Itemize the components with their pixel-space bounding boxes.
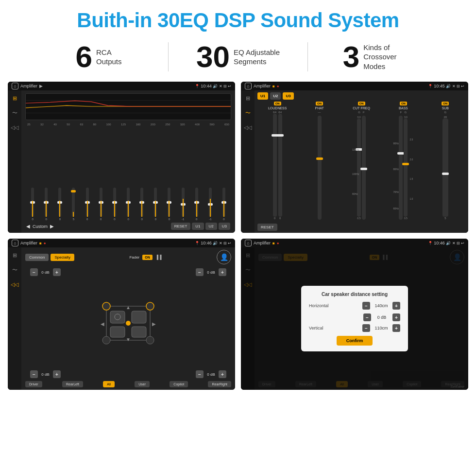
all-btn[interactable]: All <box>103 381 115 387</box>
eq-slider-9[interactable]: 0 <box>149 188 162 221</box>
eq-slider-10[interactable]: 0 <box>163 188 175 221</box>
eq-slider-11[interactable]: -1 <box>177 188 189 221</box>
vertical-plus[interactable]: + <box>392 324 400 332</box>
eq-icon[interactable]: ⊞ <box>10 93 19 103</box>
db-plus-r[interactable]: + <box>392 313 400 321</box>
eq-slider-6[interactable]: 0 <box>108 188 121 221</box>
bass-g[interactable]: 2.5 2.0 1.5 1.0 <box>404 119 408 217</box>
eq-track-1[interactable] <box>45 188 48 217</box>
user-btn[interactable]: User <box>135 381 150 387</box>
tab-specialty[interactable]: Specialty <box>51 254 74 261</box>
db-right-dialog: − 0 dB + <box>309 313 400 321</box>
driver-btn[interactable]: Driver <box>25 381 42 387</box>
tab-common[interactable]: Common <box>25 254 49 261</box>
speaker-icon-3[interactable]: ◁◁ <box>10 279 19 289</box>
screens-grid: Amplifier ▶ 📍 10:44 🔊 ✕ ⊟ ↩ ⊞ 〜 ◁◁ <box>0 79 476 395</box>
plus-bl[interactable]: + <box>53 370 61 378</box>
sub-g[interactable] <box>442 119 448 217</box>
channel-u3[interactable]: U3 <box>283 92 293 100</box>
phat-on[interactable]: ON <box>316 102 323 105</box>
eq-track-8[interactable] <box>140 188 143 217</box>
next-arrow[interactable]: ▶ <box>50 224 54 229</box>
home-icon-2[interactable] <box>245 83 252 89</box>
fader-on[interactable]: ON <box>142 255 153 260</box>
home-icon-4[interactable] <box>245 240 252 246</box>
eq-slider-5[interactable]: 0 <box>95 188 107 221</box>
home-icon-3[interactable] <box>12 240 18 246</box>
svg-rect-4 <box>110 311 125 323</box>
speaker-icon-2[interactable]: ◁◁ <box>243 122 253 132</box>
home-icon-1[interactable] <box>12 83 18 89</box>
cutfreq-f[interactable] <box>362 116 366 220</box>
loudness-on[interactable]: ON <box>274 102 281 105</box>
eq-track-2[interactable] <box>58 188 61 217</box>
rear-left-btn[interactable]: RearLeft <box>62 381 83 387</box>
eq-slider-3[interactable]: 5 <box>67 188 80 221</box>
plus-br[interactable]: + <box>219 370 226 378</box>
wave-icon-3[interactable]: 〜 <box>10 265 19 275</box>
eq-track-12[interactable] <box>195 188 198 217</box>
eq-slider-14[interactable]: 0 <box>218 188 230 221</box>
u1-btn[interactable]: U1 <box>192 223 204 230</box>
eq-slider-0[interactable]: 0 <box>26 188 39 221</box>
horizontal-plus[interactable]: + <box>392 302 400 310</box>
bass-f[interactable]: 90Hz 80Hz 70Hz 60Hz <box>399 116 403 220</box>
channel-u1[interactable]: U1 <box>257 92 268 100</box>
eq-track-14[interactable] <box>222 188 225 217</box>
u3-btn[interactable]: U3 <box>219 223 230 230</box>
stat-eq-number: 30 <box>196 42 230 72</box>
wave-icon-2[interactable]: 〜 <box>243 108 253 118</box>
confirm-button[interactable]: Confirm <box>337 336 373 346</box>
plus-tr[interactable]: + <box>219 268 226 276</box>
eq-graph <box>25 93 231 120</box>
status-bar-2: Amplifier ■ ● 📍 10:45 🔊 ✕ ⊟ ↩ <box>241 82 468 90</box>
eq-slider-2[interactable]: 0 <box>53 188 66 221</box>
eq-track-5[interactable] <box>100 188 102 217</box>
dsp-content: U1 U2 U3 ON LOUDNESS 64 <box>255 90 468 233</box>
db-minus-r[interactable]: − <box>363 313 371 321</box>
svg-text:▲: ▲ <box>126 305 131 310</box>
rear-right-btn[interactable]: RearRight <box>208 381 231 387</box>
eq-slider-13[interactable]: -1 <box>204 188 217 221</box>
cutfreq-on[interactable]: ON <box>358 102 365 105</box>
eq-content: 2532 4050 6380 100125 160200 250320 4005… <box>21 90 235 233</box>
eq-track-4[interactable] <box>86 188 89 217</box>
eq-track-13[interactable] <box>209 188 212 217</box>
bass-on[interactable]: ON <box>400 102 407 105</box>
eq-slider-8[interactable]: 0 <box>136 188 148 221</box>
loudness-slider-r[interactable] <box>278 114 282 217</box>
sub-on[interactable]: ON <box>442 102 449 105</box>
minus-tl[interactable]: − <box>30 268 38 276</box>
reset-btn[interactable]: RESET <box>171 223 191 230</box>
eq-slider-7[interactable]: 0 <box>122 188 135 221</box>
eq-icon-3[interactable]: ⊞ <box>10 250 19 260</box>
eq-icon-2[interactable]: ⊞ <box>243 93 253 103</box>
minus-br[interactable]: − <box>196 370 204 378</box>
speaker-icon[interactable]: ◁◁ <box>10 122 19 132</box>
wave-icon[interactable]: 〜 <box>10 108 19 118</box>
prev-arrow[interactable]: ◀ <box>26 224 30 229</box>
eq-track-7[interactable] <box>127 188 130 217</box>
minus-bl[interactable]: − <box>30 370 38 378</box>
eq-track-11[interactable] <box>182 188 185 217</box>
horizontal-minus[interactable]: − <box>362 302 370 310</box>
eq-slider-12[interactable]: 0 <box>190 188 203 221</box>
eq-track-10[interactable] <box>168 188 170 217</box>
fader-diagram: − 0 dB + − 0 dB + <box>25 267 231 379</box>
phat-slider[interactable] <box>318 116 322 220</box>
plus-tl[interactable]: + <box>53 268 61 276</box>
channel-u2[interactable]: U2 <box>270 92 281 100</box>
u2-btn[interactable]: U2 <box>205 223 217 230</box>
eq-track-6[interactable] <box>113 188 116 217</box>
vertical-minus[interactable]: − <box>362 324 370 332</box>
loudness-slider-l[interactable] <box>273 114 277 217</box>
eq-track-0[interactable] <box>31 188 34 217</box>
eq-track-3[interactable] <box>72 188 75 217</box>
eq-track-9[interactable] <box>154 188 157 217</box>
copilot-btn[interactable]: Copilot <box>170 381 188 387</box>
minus-tr[interactable]: − <box>196 268 204 276</box>
eq-slider-4[interactable]: 0 <box>81 188 94 221</box>
reset-btn-2[interactable]: RESET <box>257 224 277 231</box>
eq-slider-1[interactable]: 0 <box>40 188 52 221</box>
nav-icon-1: ▶ <box>39 84 43 88</box>
